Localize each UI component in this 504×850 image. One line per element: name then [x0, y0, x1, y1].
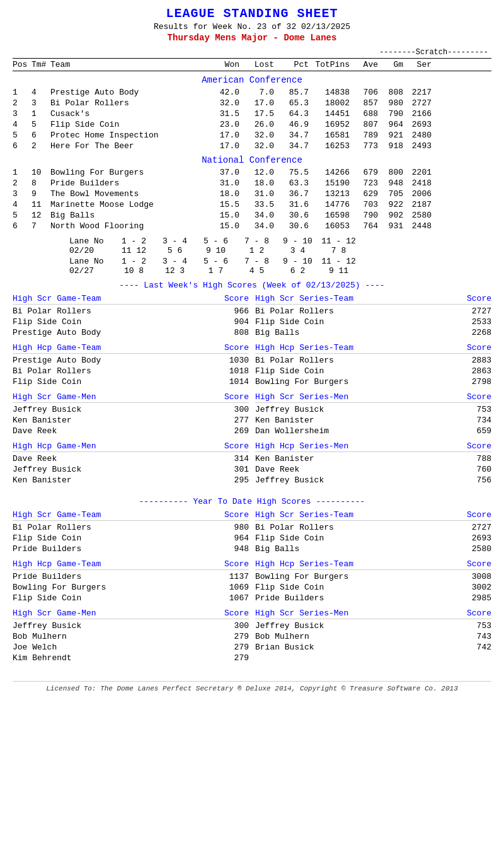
- score-row: Flip Side Coin1014: [13, 376, 249, 387]
- team-gm: 931: [378, 221, 403, 231]
- team-ave: 789: [350, 131, 378, 140]
- team-tm: 10: [32, 168, 50, 177]
- col-lost-header: Lost: [239, 60, 274, 69]
- team-name: Prestige Auto Body: [50, 88, 202, 97]
- score-entry-val: 753: [460, 405, 491, 414]
- score-entry-val: 300: [217, 621, 249, 631]
- score-cat-label: High Scr Series-Team: [255, 294, 353, 303]
- team-gm: 918: [378, 141, 403, 151]
- team-won: 31.5: [202, 109, 239, 119]
- lane-range: 3 - 4: [154, 257, 195, 266]
- lane-val: 9 11: [318, 266, 359, 276]
- score-row: Jeffrey Busick753: [255, 404, 491, 415]
- team-totpins: 14266: [309, 168, 350, 177]
- score-entry-name: Big Balls: [255, 544, 460, 554]
- score-entry-name: Ken Banister: [255, 416, 460, 425]
- team-name: Flip Side Coin: [50, 120, 202, 129]
- lane-val: 4 5: [236, 266, 277, 276]
- scratch-header: --------Scratch---------: [13, 48, 491, 57]
- score-entry-val: 734: [460, 416, 491, 425]
- score-entry-name: Bowling For Burgers: [255, 572, 460, 581]
- national-conference-header: National Conference: [13, 151, 491, 167]
- col-won-header: Won: [202, 60, 239, 69]
- lane-val: 7 8: [318, 246, 359, 255]
- score-cat-score-label: Score: [224, 559, 249, 569]
- score-entry-name: Dan Wollersheim: [255, 426, 460, 436]
- team-pos: 6: [13, 221, 32, 231]
- score-cat-score-label: Score: [224, 294, 249, 303]
- lane-block: Lane No1 - 23 - 45 - 67 - 89 - 1011 - 12…: [13, 236, 491, 255]
- score-entry-name: Prestige Auto Body: [13, 328, 217, 337]
- score-entry-name: Bowling For Burgers: [255, 377, 460, 387]
- subtitle: Results for Week No. 23 of 32 02/13/2025: [13, 22, 491, 32]
- team-tm: 9: [32, 189, 50, 199]
- score-cat-label: High Scr Series-Men: [255, 608, 348, 618]
- score-cat-header: High Scr Series-MenScore: [255, 392, 491, 403]
- score-cat-score-label: Score: [467, 441, 491, 451]
- score-entry-val: 1018: [217, 366, 249, 376]
- score-entry-name: Dave Reek: [13, 454, 217, 463]
- team-name: Big Balls: [50, 211, 202, 220]
- team-won: 17.0: [202, 141, 239, 151]
- team-won: 15.5: [202, 200, 239, 209]
- table-row: 2 3 Bi Polar Rollers 32.0 17.0 65.3 1800…: [13, 98, 491, 108]
- score-entry-val: 2693: [460, 533, 491, 543]
- score-cat-score-label: Score: [224, 392, 249, 402]
- score-row: Pride Builders948: [13, 544, 249, 554]
- table-row: 3 9 The Bowl Movements 18.0 31.0 36.7 13…: [13, 189, 491, 199]
- score-entry-val: 1069: [217, 583, 249, 592]
- score-row: Dave Reek314: [13, 453, 249, 464]
- score-category-high_scr_game_team: High Scr Game-TeamScoreBi Polar Rollers9…: [13, 294, 249, 338]
- score-category-high_scr_series_team: High Scr Series-TeamScoreBi Polar Roller…: [255, 510, 491, 554]
- score-entry-val: 948: [217, 544, 249, 554]
- team-lost: 7.0: [239, 88, 274, 97]
- team-lost: 32.0: [239, 131, 274, 140]
- score-row: Ken Banister277: [13, 415, 249, 426]
- score-cat-label: High Scr Series-Team: [255, 510, 353, 520]
- score-entry-name: Big Balls: [255, 328, 460, 337]
- score-entry-val: 269: [217, 426, 249, 436]
- team-gm: 922: [378, 200, 403, 209]
- column-headers: Pos Tm# Team Won Lost Pct TotPins Ave Gm…: [13, 58, 491, 71]
- score-cat-score-label: Score: [467, 343, 491, 352]
- team-name: Marinette Moose Lodge: [50, 200, 202, 209]
- score-row: Kim Behrendt279: [13, 653, 249, 663]
- team-ser: 2006: [403, 189, 432, 199]
- league-name: Thursday Mens Major - Dome Lanes: [13, 33, 491, 43]
- score-category-high_scr_series_men: High Scr Series-MenScoreJeffrey Busick75…: [255, 392, 491, 436]
- score-entry-val: 756: [460, 475, 491, 485]
- table-row: 6 2 Here For The Beer 17.0 32.0 34.7 162…: [13, 141, 491, 151]
- score-cat-label: High Hcp Series-Team: [255, 559, 353, 569]
- score-entry-name: Bi Polar Rollers: [255, 523, 460, 532]
- score-category-high_hcp_game_team: High Hcp Game-TeamScorePride Builders113…: [13, 559, 249, 603]
- table-row: 5 6 Protec Home Inspection 17.0 32.0 34.…: [13, 130, 491, 141]
- table-row: 3 1 Cusack's 31.5 17.5 64.3 14451 688 79…: [13, 108, 491, 119]
- score-category-high_scr_series_team: High Scr Series-TeamScoreBi Polar Roller…: [255, 294, 491, 338]
- score-cat-header: High Scr Game-TeamScore: [13, 294, 249, 305]
- team-pct: 31.6: [274, 200, 309, 209]
- table-row: 1 4 Prestige Auto Body 42.0 7.0 85.7 148…: [13, 87, 491, 98]
- team-ser: 2217: [403, 88, 432, 97]
- team-gm: 964: [378, 120, 403, 129]
- score-entry-name: Ken Banister: [13, 416, 217, 425]
- lane-no-label: Lane No: [69, 257, 113, 266]
- team-name: Pride Builders: [50, 178, 202, 188]
- team-pos: 3: [13, 189, 32, 199]
- score-entry-name: Flip Side Coin: [255, 366, 460, 376]
- team-won: 15.0: [202, 211, 239, 220]
- team-pct: 30.6: [274, 221, 309, 231]
- score-row: Big Balls2268: [255, 327, 491, 338]
- score-entry-val: 1030: [217, 356, 249, 365]
- table-row: 5 12 Big Balls 15.0 34.0 30.6 16598 790 …: [13, 210, 491, 221]
- score-entry-val: 2727: [460, 523, 491, 532]
- score-row: Pride Builders1137: [13, 571, 249, 582]
- score-row: Flip Side Coin2533: [255, 317, 491, 327]
- col-tm-header: Tm#: [32, 60, 50, 69]
- score-entry-val: 980: [217, 523, 249, 532]
- team-won: 23.0: [202, 120, 239, 129]
- team-pct: 63.3: [274, 178, 309, 188]
- team-totpins: 16053: [309, 221, 350, 231]
- score-row: Bi Polar Rollers2883: [255, 355, 491, 366]
- team-pct: 46.9: [274, 120, 309, 129]
- score-entry-val: 2798: [460, 377, 491, 387]
